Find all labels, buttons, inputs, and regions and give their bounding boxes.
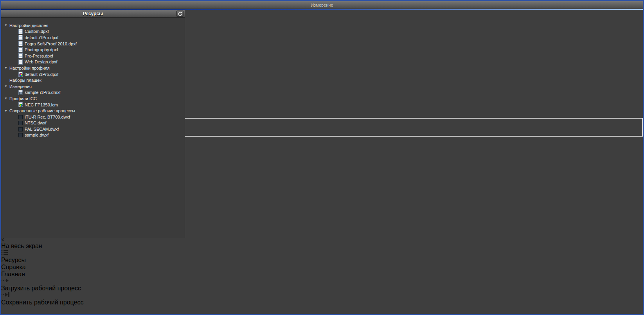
tree-group-label: Наборы плашек [9,78,41,83]
file-display-icon [18,53,23,58]
resources-button[interactable]: Ресурсы [1,250,643,264]
tree-group-label: Сохраненные рабочие процессы [9,108,75,113]
save-workflow-icon [1,292,643,299]
tree-item[interactable]: PAL SECAM.dwxf [1,126,185,132]
file-display-icon [18,35,23,40]
tree-item-label: sample-i1Pro.dmxf [25,90,61,95]
tree-item-label: Fogra Soft-Proof 2010.dpxf [25,41,77,46]
tree-item-label: sample.dwxf [25,133,49,137]
tree-item-label: Custom.dpxf [25,29,49,34]
sidebar-title: Ресурсы [83,11,103,16]
tree-item[interactable]: default-i1Pro.dpxf [1,34,185,41]
file-display-icon [18,29,23,34]
tree-group-label: Профили ICC [9,96,37,101]
load-workflow-button[interactable]: Загрузить рабочий процесс [1,278,643,292]
refresh-icon [178,11,183,16]
tree-item[interactable]: ITU-R Rec. BT709.dwxf [1,114,185,120]
tree-item[interactable]: NTSC.dwxf [1,120,185,126]
expand-triangle-icon[interactable]: ▼ [4,97,9,100]
tree-item[interactable]: NEC FP1350.icm [1,102,185,108]
help-button[interactable]: Справка [1,264,643,271]
tree-item-label: default-i1Pro.dpxf [25,72,58,77]
tree-group-label: Настройки дисплея [9,23,49,28]
tree-item[interactable]: default-i1Pro.dpxf [1,71,185,77]
tree-item-label: NEC FP1350.icm [25,103,58,107]
tree-item[interactable]: Pre-Press.dpxf [1,53,185,59]
expand-triangle-icon[interactable]: ▼ [4,66,9,70]
save-workflow-button[interactable]: Сохранить рабочий процесс [1,292,643,306]
app-window: Palette Master Ресурсы ▼Настройки диспле… [0,0,644,315]
tree-item-label: ITU-R Rec. BT709.dwxf [25,115,70,119]
file-workflow-icon [18,121,23,125]
tree-item-label: Photography.dpxf [25,47,58,52]
tree-item[interactable]: Fogra Soft-Proof 2010.dpxf [1,41,185,47]
resources-sidebar: Ресурсы ▼Настройки дисплеяCustom.dpxfdef… [1,10,185,238]
file-workflow-icon [18,115,23,119]
tree-item[interactable]: Custom.dpxf [1,29,185,35]
file-workflow-icon [18,127,23,131]
file-profile-icon [18,72,23,77]
tree-group-label: Измерения [9,84,32,89]
tree-item[interactable]: Web Design.dpxf [1,59,185,65]
list-icon [1,250,643,257]
tree-group[interactable]: ▼Настройки профиля [1,65,185,71]
file-measure-icon [18,90,23,95]
tree-group-label: Настройки профиля [9,66,50,70]
tree-item[interactable]: Photography.dpxf [1,47,185,53]
expand-triangle-icon[interactable]: ▼ [4,23,9,27]
file-icc-icon [18,102,23,107]
bottom-toolbar: На весь экран Ресурсы Справка Главная За… [1,234,643,306]
tree-group[interactable]: ▼Наборы плашек [1,77,185,83]
file-workflow-icon [18,133,23,137]
tree-item-label: NTSC.dwxf [25,121,47,125]
tree-item-label: PAL SECAM.dwxf [25,127,59,131]
tree-item-label: default-i1Pro.dpxf [25,35,58,40]
sidebar-header: Ресурсы [1,10,185,18]
home-button[interactable]: Главная [1,271,643,278]
tree-group[interactable]: ▼Сохраненные рабочие процессы [1,108,185,114]
tree-group[interactable]: ▼Настройки дисплея [1,22,185,29]
tree-item[interactable]: sample.dwxf [1,132,185,139]
tree-group[interactable]: ▼Профили ICC [1,95,185,102]
file-display-icon [18,41,23,46]
expand-triangle-icon[interactable]: ▼ [4,109,9,113]
load-workflow-icon [1,278,643,285]
expand-triangle-icon[interactable]: ▼ [4,85,9,88]
file-display-icon [18,59,23,65]
resource-tree: ▼Настройки дисплеяCustom.dpxfdefault-i1P… [1,18,185,138]
tree-group[interactable]: ▼Измерения [1,83,185,90]
file-display-icon [18,47,23,52]
main-header-title: Измерение [311,3,333,7]
tree-item[interactable]: sample-i1Pro.dmxf [1,90,185,96]
tree-item-label: Pre-Press.dpxf [25,54,53,58]
main-header: Измерение [1,1,643,9]
refresh-button[interactable] [176,11,183,17]
tree-item-label: Web Design.dpxf [25,59,58,64]
